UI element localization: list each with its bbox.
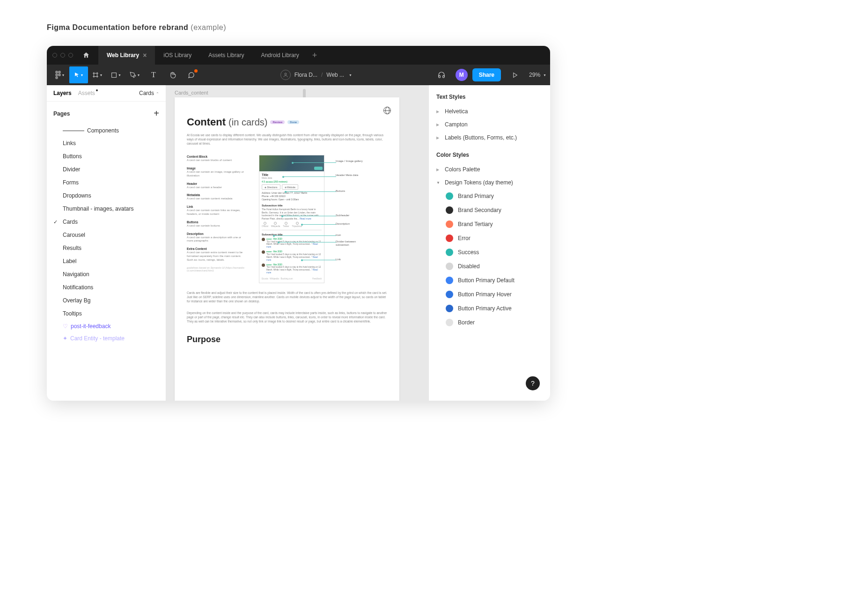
- maximize-dot[interactable]: [68, 53, 73, 58]
- svg-point-0: [55, 71, 58, 73]
- color-token-item[interactable]: Disabled: [429, 259, 550, 273]
- share-button[interactable]: Share: [472, 68, 501, 81]
- breadcrumb[interactable]: Flora D... / Web ... ▼: [280, 70, 352, 80]
- color-token-item[interactable]: Brand Tertiary: [429, 217, 550, 231]
- toolbar: ▼ ▼ ▼ ▼ ▼ T Flora D... / Web ... ▼ M Sha…: [47, 65, 550, 85]
- anno-link: Link: [336, 258, 341, 261]
- tab-web-library[interactable]: Web Library×: [98, 46, 155, 65]
- page-item-divider[interactable]: Divider: [47, 163, 166, 176]
- purpose-heading: Purpose: [187, 335, 387, 344]
- add-tab-button[interactable]: +: [308, 51, 322, 60]
- text-style-item[interactable]: ▶Helvetica: [429, 105, 550, 118]
- page-item-cards[interactable]: Cards: [47, 215, 166, 228]
- definition: DescriptionA card can contain a descript…: [187, 232, 248, 243]
- card-address: Address: Unter den Linden 77, 10117 Berl…: [262, 191, 322, 201]
- home-icon[interactable]: [82, 51, 90, 59]
- page-item-buttons[interactable]: Buttons: [47, 150, 166, 163]
- page-item-tooltips[interactable]: Tooltips: [47, 307, 166, 320]
- page-item-overlay-bg[interactable]: Overlay Bg: [47, 294, 166, 307]
- tab-assets-library[interactable]: Assets Library: [200, 46, 252, 65]
- svg-rect-9: [112, 73, 117, 77]
- svg-point-2: [55, 73, 58, 76]
- zoom-level[interactable]: 29%▼: [529, 72, 546, 78]
- user-avatar[interactable]: M: [456, 69, 468, 81]
- pen-tool[interactable]: ▼: [125, 66, 144, 83]
- pill-review: Review: [270, 120, 285, 124]
- app-window: Web Library× iOS Library Assets Library …: [47, 46, 550, 401]
- svg-point-4: [55, 76, 58, 79]
- page-item-links[interactable]: Links: [47, 137, 166, 150]
- page-item-dropdowns[interactable]: Dropdowns: [47, 189, 166, 202]
- chevron-down-icon[interactable]: ▼: [349, 73, 352, 77]
- breadcrumb-user[interactable]: Flora D...: [294, 72, 317, 78]
- hand-tool[interactable]: [163, 66, 182, 83]
- definition: ButtonsA card can contain buttons: [187, 220, 248, 228]
- color-token-item[interactable]: Success: [429, 245, 550, 259]
- color-token-item[interactable]: Button Primary Default: [429, 273, 550, 287]
- color-group-tokens[interactable]: ▼Design Tokens (day theme): [429, 176, 550, 189]
- color-styles-heading: Color Styles: [429, 150, 550, 163]
- anno-divider: Divider between subsection: [336, 240, 368, 247]
- page-item-forms[interactable]: Forms: [47, 176, 166, 189]
- close-dot[interactable]: [52, 53, 57, 58]
- add-page-button[interactable]: +: [154, 108, 159, 119]
- guideline-note: guidelines based on Semantic-UI (https:/…: [187, 266, 248, 272]
- page-item-navigation[interactable]: Navigation: [47, 268, 166, 281]
- page-card-entity-template[interactable]: ✦Card Entity - template: [47, 332, 166, 344]
- headphones-icon[interactable]: [432, 66, 451, 83]
- help-button[interactable]: ?: [526, 376, 540, 390]
- move-tool[interactable]: ▼: [69, 66, 88, 83]
- pages-divider: Components: [47, 125, 166, 137]
- tab-ios-library[interactable]: iOS Library: [155, 46, 200, 65]
- text-tool[interactable]: T: [144, 66, 163, 83]
- left-panel: Layers Assets Cards⌃ Pages + Components …: [47, 85, 166, 401]
- notification-dot: [194, 69, 198, 73]
- page-item-thumbnail-images-avatars[interactable]: Thumbnail - images, avatars: [47, 202, 166, 215]
- text-style-item[interactable]: ▶Campton: [429, 118, 550, 131]
- anno-header: Header Meta data: [336, 174, 358, 177]
- definition: HeaderA card can contain a header: [187, 182, 248, 190]
- page-post-it-feedback[interactable]: ♡post-it-feedback: [47, 320, 166, 332]
- pill-done: Done: [287, 120, 299, 124]
- panel-tab-assets[interactable]: Assets: [78, 90, 95, 96]
- page-item-carousel[interactable]: Carousel: [47, 228, 166, 242]
- text-style-item[interactable]: ▶Labels (Buttons, Forms, etc.): [429, 131, 550, 144]
- shape-tool[interactable]: ▼: [107, 66, 125, 83]
- frame-cards-content[interactable]: Content (in cards) Review Done At Ecosia…: [175, 97, 399, 401]
- anno-subheader: Subheader: [336, 214, 349, 217]
- close-icon[interactable]: ×: [143, 51, 147, 59]
- canvas[interactable]: Cards_content Content (in cards) Review …: [166, 85, 428, 401]
- page-item-results[interactable]: Results: [47, 242, 166, 255]
- page-item-notifications[interactable]: Notifications: [47, 281, 166, 294]
- color-token-item[interactable]: Button Primary Hover: [429, 287, 550, 301]
- page-item-label[interactable]: Label: [47, 255, 166, 268]
- paragraph-1: Cards are flexible and adjust their size…: [187, 291, 387, 303]
- window-controls[interactable]: [52, 53, 73, 58]
- card-title: Title: [262, 173, 322, 176]
- frame-label[interactable]: Cards_content: [175, 90, 420, 95]
- card-icon-row: Official Wikipedia Twitter Tripadvisor: [262, 222, 322, 227]
- page-heading: Figma Documentation before rebrand: [47, 23, 188, 31]
- color-token-item[interactable]: Error: [429, 231, 550, 245]
- anno-icon: Icon: [336, 234, 341, 237]
- card-rating: 4.5 ●●●●● (293 reviews): [262, 180, 322, 183]
- frame-tool[interactable]: ▼: [88, 66, 107, 83]
- color-token-item[interactable]: Brand Secondary: [429, 203, 550, 217]
- card-description: The Hotel Adlon Kempinski Berlin is a lu…: [262, 208, 322, 220]
- present-icon[interactable]: [506, 66, 524, 83]
- breadcrumb-file[interactable]: Web ...: [326, 72, 344, 78]
- figma-menu-icon[interactable]: ▼: [51, 66, 69, 83]
- minimize-dot[interactable]: [60, 53, 65, 58]
- titlebar: Web Library× iOS Library Assets Library …: [47, 46, 550, 65]
- content-heading: Content: [187, 116, 226, 128]
- color-token-item[interactable]: Brand Primary: [429, 189, 550, 203]
- intro-text: At Ecosia we use cards to display differ…: [187, 133, 387, 146]
- color-token-item[interactable]: Border: [429, 315, 550, 330]
- panel-tab-layers[interactable]: Layers: [53, 90, 72, 96]
- page-dropdown[interactable]: Cards⌃: [139, 90, 159, 96]
- comment-tool[interactable]: [182, 66, 200, 83]
- color-group-palette[interactable]: ▶Colors Palette: [429, 163, 550, 176]
- color-token-item[interactable]: Button Primary Active: [429, 301, 550, 315]
- svg-marker-11: [513, 73, 517, 77]
- tab-android-library[interactable]: Android Library: [252, 46, 307, 65]
